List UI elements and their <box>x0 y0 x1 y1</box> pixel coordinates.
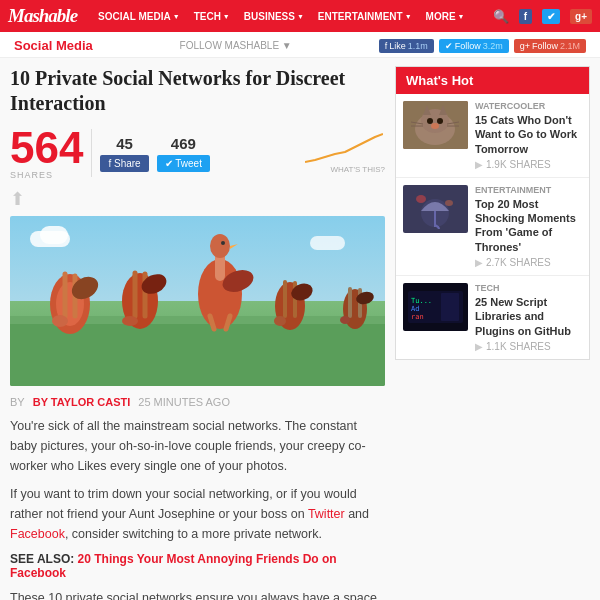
article-body-1: You're sick of all the mainstream social… <box>10 416 385 476</box>
fb-like-button[interactable]: f Like 1.1m <box>379 39 434 53</box>
svg-text:ran: ran <box>411 313 424 321</box>
nav-business[interactable]: Business ▼ <box>237 11 311 22</box>
sidebar-category-cats: WATERCOOLER <box>475 101 582 111</box>
sidebar-title-cats: 15 Cats Who Don't Want to Go to Work Tom… <box>475 113 582 156</box>
sidebar-title-got: Top 20 Most Shocking Moments From 'Game … <box>475 197 582 254</box>
sparkline-svg <box>305 132 383 167</box>
share-row: 564 SHARES 45 f Share 469 ✔ Tweet <box>10 126 385 180</box>
facebook-nav-icon[interactable]: f <box>519 9 532 24</box>
sidebar-thumb-cats <box>403 101 468 149</box>
svg-marker-17 <box>230 244 238 249</box>
content-column: 10 Private Social Networks for Discreet … <box>10 66 385 600</box>
shares-count: 564 <box>10 126 83 170</box>
tw-icon: ✔ <box>445 41 453 51</box>
play-icon-github: ▶ <box>475 341 483 352</box>
gp-count: 2.1M <box>560 41 580 51</box>
svg-point-47 <box>445 200 453 206</box>
svg-text:Tu...: Tu... <box>411 297 432 305</box>
see-also-row: SEE ALSO: 20 Things Your Most Annoying F… <box>10 552 385 580</box>
tech-thumbnail: Tu... Ad ran <box>403 283 468 331</box>
svg-point-37 <box>437 118 443 124</box>
share-icon-row: ⬆ <box>10 188 385 210</box>
article-body-3: These 10 private social networks ensure … <box>10 588 385 600</box>
gp-icon: g+ <box>520 41 530 51</box>
nav-social-media[interactable]: Social Media ▼ <box>91 11 187 22</box>
hero-image <box>10 216 385 386</box>
article-title: 10 Private Social Networks for Discreet … <box>10 66 385 116</box>
svg-point-36 <box>427 118 433 124</box>
sidebar-thumb-github: Tu... Ad ran <box>403 283 468 331</box>
sidebar-thumb-got <box>403 185 468 233</box>
byline-row: BY BY TAYLOR CASTI 25 MINUTES AGO <box>10 396 385 408</box>
cat-thumbnail <box>403 101 468 149</box>
sidebar-item-content-got: ENTERTAINMENT Top 20 Most Shocking Momen… <box>475 185 582 268</box>
whats-hot-section: What's Hot <box>395 66 590 360</box>
share-icon[interactable]: ⬆ <box>10 189 25 209</box>
sidebar-category-github: TECH <box>475 283 582 293</box>
svg-point-30 <box>340 316 350 324</box>
logo[interactable]: Mashable <box>8 5 77 27</box>
byline-prefix: BY <box>10 396 25 408</box>
svg-point-12 <box>122 316 138 326</box>
trending-chart: WHAT'S THIS? <box>305 132 385 174</box>
breadcrumb[interactable]: Social Media <box>14 38 93 53</box>
umbrella-thumbnail <box>403 185 468 233</box>
fb-icon: f <box>385 41 388 51</box>
nav-more[interactable]: More ▼ <box>419 11 472 22</box>
svg-point-15 <box>210 234 230 258</box>
svg-point-46 <box>416 195 426 203</box>
sidebar-item-content-github: TECH 25 New Script Libraries and Plugins… <box>475 283 582 352</box>
sidebar-item-got[interactable]: ENTERTAINMENT Top 20 Most Shocking Momen… <box>396 178 589 276</box>
tweet-button[interactable]: ✔ Tweet <box>157 155 210 172</box>
time-ago: 25 MINUTES AGO <box>138 396 230 408</box>
nav-entertainment[interactable]: Entertainment ▼ <box>311 11 419 22</box>
article-body-2: If you want to trim down your social net… <box>10 484 385 544</box>
sidebar: What's Hot <box>395 66 590 600</box>
fb-share-count: 45 <box>116 135 133 152</box>
ostriches-illustration <box>10 216 385 386</box>
googleplus-nav-icon[interactable]: g+ <box>570 9 592 24</box>
search-icon[interactable]: 🔍 <box>493 9 509 24</box>
tw-follow-button[interactable]: ✔ Follow 3.2m <box>439 39 509 53</box>
svg-rect-53 <box>441 293 459 321</box>
gp-follow-button[interactable]: g+ Follow 2.1M <box>514 39 586 53</box>
top-nav: Mashable Social Media ▼ Tech ▼ Business … <box>0 0 600 32</box>
tweet-count: 469 <box>171 135 196 152</box>
svg-point-38 <box>431 123 439 129</box>
sidebar-shares-github: ▶ 1.1K SHARES <box>475 341 582 352</box>
sidebar-item-content-cats: WATERCOOLER 15 Cats Who Don't Want to Go… <box>475 101 582 170</box>
twitter-nav-icon[interactable]: ✔ <box>542 9 560 24</box>
fb-share-button[interactable]: f Share <box>100 155 148 172</box>
svg-point-25 <box>274 316 286 326</box>
sidebar-item-github[interactable]: Tu... Ad ran TECH 25 New Script Librarie… <box>396 276 589 359</box>
twitter-link[interactable]: Twitter <box>308 507 345 521</box>
svg-text:Ad: Ad <box>411 305 419 313</box>
sidebar-title-github: 25 New Script Libraries and Plugins on G… <box>475 295 582 338</box>
play-icon-got: ▶ <box>475 257 483 268</box>
svg-point-7 <box>52 315 68 327</box>
author-name[interactable]: BY TAYLOR CASTI <box>33 396 131 408</box>
nav-tech[interactable]: Tech ▼ <box>187 11 237 22</box>
fb-count: 1.1m <box>408 41 428 51</box>
sidebar-category-got: ENTERTAINMENT <box>475 185 582 195</box>
sidebar-header: What's Hot <box>396 67 589 94</box>
sidebar-item-cats[interactable]: WATERCOOLER 15 Cats Who Don't Want to Go… <box>396 94 589 178</box>
svg-point-16 <box>221 241 225 245</box>
facebook-link[interactable]: Facebook <box>10 527 65 541</box>
shares-label: SHARES <box>10 170 53 180</box>
play-icon-cats: ▶ <box>475 159 483 170</box>
sidebar-shares-cats: ▶ 1.9K SHARES <box>475 159 582 170</box>
tw-count: 3.2m <box>483 41 503 51</box>
nav-items: Social Media ▼ Tech ▼ Business ▼ Enterta… <box>91 11 471 22</box>
nav-right-icons: 🔍 f ✔ g+ <box>493 9 592 24</box>
follow-label[interactable]: Follow Mashable ▼ <box>180 40 292 51</box>
sidebar-shares-got: ▶ 2.7K SHARES <box>475 257 582 268</box>
whats-this-label[interactable]: WHAT'S THIS? <box>330 165 385 174</box>
